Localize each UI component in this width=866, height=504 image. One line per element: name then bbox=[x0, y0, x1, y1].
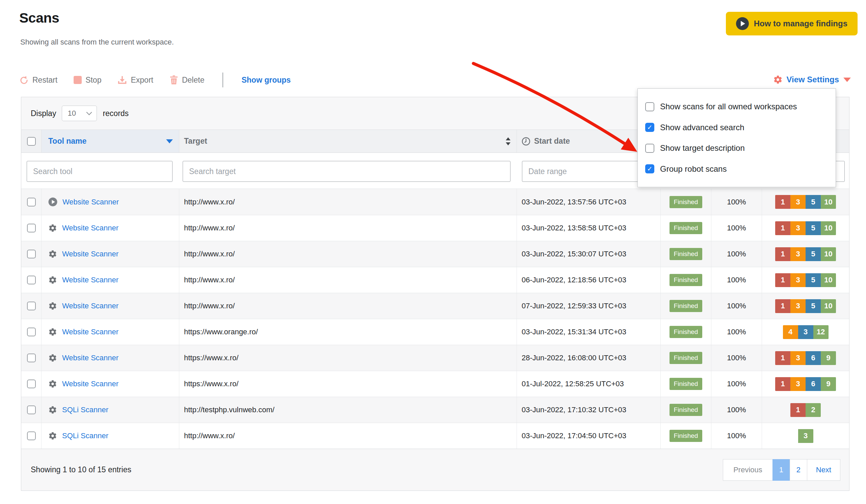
progress-text: 100% bbox=[727, 301, 746, 310]
pagination-next-button[interactable]: Next bbox=[807, 459, 840, 481]
row-checkbox[interactable] bbox=[27, 276, 36, 284]
search-target-input[interactable] bbox=[183, 161, 510, 182]
stop-label: Stop bbox=[86, 76, 101, 85]
tool-name-link[interactable]: Website Scanner bbox=[62, 354, 119, 362]
tool-name-link[interactable]: SQLi Scanner bbox=[62, 405, 108, 414]
gear-icon bbox=[773, 75, 782, 84]
tool-name-link[interactable]: SQLi Scanner bbox=[62, 432, 108, 440]
table-row: SQLi Scanner http://testphp.vulnweb.com/… bbox=[21, 397, 849, 423]
tool-name-link[interactable]: Website Scanner bbox=[62, 224, 119, 232]
gear-icon bbox=[48, 379, 57, 388]
page-size-select[interactable]: 10 bbox=[62, 106, 97, 121]
menu-checkbox[interactable]: ✓ bbox=[645, 123, 654, 132]
findings-badges[interactable]: 1369 bbox=[775, 351, 836, 365]
page-subtitle: Showing all scans from the current works… bbox=[20, 38, 174, 47]
restart-icon bbox=[19, 75, 29, 85]
row-checkbox[interactable] bbox=[27, 432, 36, 440]
findings-badges[interactable]: 13510 bbox=[775, 247, 836, 261]
show-groups-link[interactable]: Show groups bbox=[241, 76, 291, 85]
tool-name-link[interactable]: Website Scanner bbox=[62, 379, 119, 388]
row-checkbox[interactable] bbox=[27, 250, 36, 259]
finding-count-badge-green: 2 bbox=[806, 403, 821, 417]
row-checkbox[interactable] bbox=[27, 301, 36, 310]
finding-count-badge-red: 1 bbox=[790, 403, 806, 417]
view-settings-menu-item[interactable]: ✓ Group robot scans bbox=[638, 164, 836, 174]
finding-count-badge-red: 1 bbox=[775, 299, 790, 313]
gear-icon bbox=[48, 328, 57, 336]
menu-item-label: Show advanced search bbox=[660, 123, 744, 132]
findings-badges[interactable]: 12 bbox=[790, 403, 821, 417]
date-range-input[interactable] bbox=[522, 161, 656, 182]
findings-badges[interactable]: 1369 bbox=[775, 377, 836, 391]
tool-name-link[interactable]: Website Scanner bbox=[62, 276, 119, 284]
pagination-pages: 12 bbox=[773, 459, 807, 481]
pagination-previous-button[interactable]: Previous bbox=[723, 459, 773, 481]
toolbar-divider bbox=[222, 72, 223, 87]
page-title: Scans bbox=[19, 10, 59, 26]
status-badge: Finished bbox=[669, 196, 702, 208]
display-label: Display bbox=[31, 109, 56, 118]
findings-badges[interactable]: 3 bbox=[798, 429, 813, 443]
tool-name-link[interactable]: Website Scanner bbox=[62, 328, 119, 336]
pagination-page-button-1[interactable]: 1 bbox=[773, 459, 790, 481]
menu-checkbox[interactable] bbox=[645, 102, 654, 111]
finding-count-badge-green: 9 bbox=[821, 377, 836, 391]
table-rows: Website Scanner http://www.x.ro/ 03-Jun-… bbox=[21, 189, 849, 449]
target-text: http://www.x.ro/ bbox=[184, 198, 235, 206]
delete-button[interactable]: Delete bbox=[169, 75, 204, 85]
row-checkbox[interactable] bbox=[27, 224, 36, 232]
view-settings-button[interactable]: View Settings bbox=[773, 75, 851, 84]
view-settings-menu-item[interactable]: ✓ Show advanced search bbox=[638, 123, 836, 132]
trash-icon bbox=[169, 75, 178, 85]
status-badge: Finished bbox=[669, 222, 702, 234]
findings-badges[interactable]: 13510 bbox=[775, 273, 836, 287]
column-header-tool-name[interactable]: Tool name bbox=[42, 130, 179, 152]
progress-text: 100% bbox=[727, 328, 746, 336]
how-to-manage-findings-button[interactable]: How to manage findings bbox=[726, 12, 857, 35]
export-button[interactable]: Export bbox=[118, 75, 153, 85]
progress-text: 100% bbox=[727, 250, 746, 259]
row-checkbox[interactable] bbox=[27, 328, 36, 336]
column-header-target[interactable]: Target bbox=[179, 130, 517, 152]
finding-count-badge-green: 3 bbox=[798, 429, 813, 443]
menu-checkbox[interactable] bbox=[645, 144, 654, 153]
start-date-text: 03-Jun-2022, 13:58:58 UTC+03 bbox=[522, 224, 626, 232]
progress-text: 100% bbox=[727, 432, 746, 440]
pagination-page-button-2[interactable]: 2 bbox=[790, 459, 807, 481]
findings-badges[interactable]: 13510 bbox=[775, 195, 836, 209]
target-header-label: Target bbox=[184, 137, 207, 146]
finding-count-badge-blue: 3 bbox=[798, 325, 813, 339]
tool-name-link[interactable]: Website Scanner bbox=[62, 250, 119, 259]
tool-name-link[interactable]: Website Scanner bbox=[62, 301, 119, 310]
gear-icon bbox=[48, 276, 57, 284]
findings-badges[interactable]: 13510 bbox=[775, 299, 836, 313]
play-icon bbox=[736, 17, 749, 30]
target-text: http://www.x.ro/ bbox=[184, 250, 235, 259]
start-date-text: 07-Jun-2022, 12:59:33 UTC+03 bbox=[522, 301, 626, 310]
sort-desc-icon bbox=[166, 139, 173, 144]
row-checkbox[interactable] bbox=[27, 198, 36, 206]
restart-button[interactable]: Restart bbox=[19, 75, 57, 85]
finding-count-badge-blue: 5 bbox=[806, 247, 821, 261]
findings-badges[interactable]: 13510 bbox=[775, 221, 836, 235]
row-checkbox[interactable] bbox=[27, 405, 36, 414]
search-tool-input[interactable] bbox=[27, 161, 173, 182]
row-checkbox[interactable] bbox=[27, 379, 36, 388]
gear-icon bbox=[48, 250, 57, 259]
tool-name-link[interactable]: Website Scanner bbox=[63, 198, 119, 206]
table-row: Website Scanner https://www.x.ro/ 28-Jun… bbox=[21, 345, 849, 371]
caret-down-icon bbox=[843, 78, 851, 82]
menu-item-label: Show scans for all owned workspaces bbox=[660, 102, 797, 111]
view-settings-dropdown: Show scans for all owned workspaces ✓ Sh… bbox=[637, 88, 836, 187]
restart-label: Restart bbox=[32, 76, 57, 85]
row-checkbox[interactable] bbox=[27, 354, 36, 362]
progress-text: 100% bbox=[727, 354, 746, 362]
scans-page: Scans Showing all scans from the current… bbox=[0, 0, 866, 504]
menu-checkbox[interactable]: ✓ bbox=[645, 164, 654, 173]
view-settings-menu-item[interactable]: Show scans for all owned workspaces bbox=[638, 102, 836, 111]
view-settings-menu-item[interactable]: Show target description bbox=[638, 144, 836, 153]
select-all-checkbox[interactable] bbox=[27, 137, 36, 146]
findings-badges[interactable]: 4312 bbox=[783, 325, 829, 339]
table-row: Website Scanner http://www.x.ro/ 03-Jun-… bbox=[21, 215, 849, 241]
stop-button[interactable]: Stop bbox=[74, 76, 101, 85]
